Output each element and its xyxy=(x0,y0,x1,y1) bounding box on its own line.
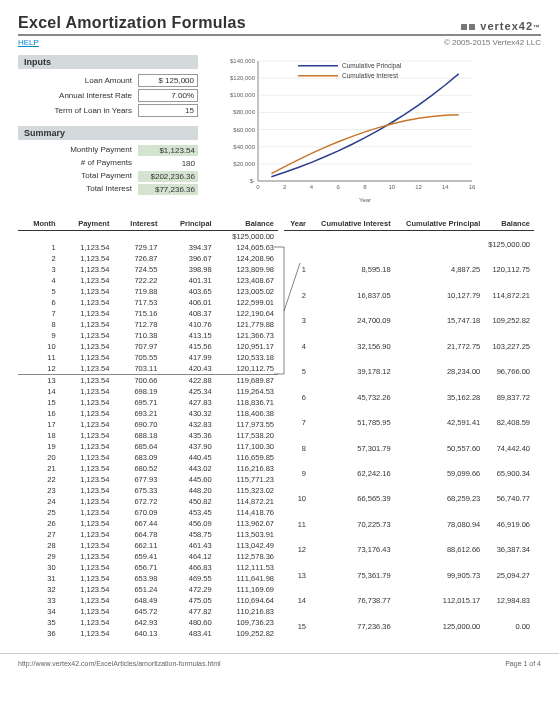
table-row: 141,123.54698.19425.34119,264.53 xyxy=(18,386,278,397)
logo: vertex42™ xyxy=(460,20,541,32)
table-row: 151,123.54695.71427.83118,836.71 xyxy=(18,397,278,408)
table-header: Interest xyxy=(113,217,161,231)
svg-text:$20,000: $20,000 xyxy=(233,161,255,167)
table-row: 71,123.54715.16408.37122,190.64 xyxy=(18,308,278,319)
footer-url: http://www.vertex42.com/ExcelArticles/am… xyxy=(18,660,221,667)
svg-text:Cumulative Principal: Cumulative Principal xyxy=(342,62,402,70)
loan-amount-label: Loan Amount xyxy=(18,76,138,85)
monthly-label: Monthly Payment xyxy=(18,145,138,156)
table-row: 361,123.54640.13483.41109,252.82 xyxy=(18,628,278,639)
svg-text:14: 14 xyxy=(442,184,449,190)
svg-text:$140,000: $140,000 xyxy=(230,58,256,64)
svg-text:Year: Year xyxy=(359,197,371,203)
svg-text:$60,000: $60,000 xyxy=(233,127,255,133)
table-row: 61,123.54717.53406.01122,599.01 xyxy=(18,297,278,308)
table-row: 231,123.54675.33448.20115,323.02 xyxy=(18,485,278,496)
svg-text:2: 2 xyxy=(283,184,287,190)
table-row: 201,123.54683.09440.45116,659.85 xyxy=(18,452,278,463)
table-row: 91,123.54710.38413.15121,366.73 xyxy=(18,330,278,341)
table-header: Cumulative Principal xyxy=(395,217,485,231)
table-row: 291,123.54659.41464.12112,578.36 xyxy=(18,551,278,562)
amortization-table-yearly: YearCumulative InterestCumulative Princi… xyxy=(284,217,534,639)
rate-label: Annual Interest Rate xyxy=(18,91,138,100)
table-row: 211,123.54680.52443.02116,216.83 xyxy=(18,463,278,474)
table-row: 645,732.2635,162.2889,837.72 xyxy=(284,384,534,409)
npmts-label: # of Payments xyxy=(18,158,138,169)
svg-text:$40,000: $40,000 xyxy=(233,144,255,150)
table-header: Month xyxy=(18,217,60,231)
table-row: 341,123.54645.72477.82110,216.83 xyxy=(18,606,278,617)
table-row: 1577,236.36125,000.000.00 xyxy=(284,613,534,639)
int-value: $77,236.36 xyxy=(138,184,198,195)
inputs-header: Inputs xyxy=(18,55,198,69)
svg-text:$80,000: $80,000 xyxy=(233,109,255,115)
svg-text:$-: $- xyxy=(250,178,255,184)
table-row: 21,123.54726.87396.67124,208.96 xyxy=(18,253,278,264)
table-row: 11,123.54729.17394.37124,605.63 xyxy=(18,242,278,253)
table-row: 41,123.54722.22401.31123,408.67 xyxy=(18,275,278,286)
table-header: Balance xyxy=(216,217,278,231)
table-row: 321,123.54651.24472.29111,169.69 xyxy=(18,584,278,595)
chart: $-$20,000$40,000$60,000$80,000$100,000$1… xyxy=(216,55,476,205)
table-row: 962,242.1659,099.6665,900.34 xyxy=(284,461,534,486)
table-row: 301,123.54656.71466.83112,111.53 xyxy=(18,562,278,573)
term-field[interactable]: 15 xyxy=(138,104,198,117)
table-row: 81,123.54712.78410.76121,779.88 xyxy=(18,319,278,330)
table-row: 1273,176.4388,612.6636,387.34 xyxy=(284,537,534,562)
rate-field[interactable]: 7.00% xyxy=(138,89,198,102)
table-row: 539,178.1228,234.0096,766.00 xyxy=(284,359,534,384)
term-label: Term of Loan in Years xyxy=(18,106,138,115)
table-header: Cumulative Interest xyxy=(310,217,395,231)
table-row: 191,123.54685.64437.90117,100.30 xyxy=(18,441,278,452)
table-row: 31,123.54724.55398.98123,809.98 xyxy=(18,264,278,275)
table-row: 121,123.54703.11420.43120,112.75 xyxy=(18,363,278,375)
table-row: 171,123.54690.70432.83117,973.55 xyxy=(18,419,278,430)
table-row: 281,123.54662.11461.43113,042.49 xyxy=(18,540,278,551)
table-row: 221,123.54677.93445.60115,771.23 xyxy=(18,474,278,485)
svg-text:12: 12 xyxy=(415,184,422,190)
table-row: 51,123.54719.88403.65123,005.02 xyxy=(18,286,278,297)
table-header: Balance xyxy=(484,217,534,231)
copyright: © 2005-2015 Vertex42 LLC xyxy=(444,38,541,47)
table-row: 1375,361.7999,905.7325,094.27 xyxy=(284,563,534,588)
table-header: Year xyxy=(284,217,310,231)
footer-page: Page 1 of 4 xyxy=(505,660,541,667)
table-row: 18,595.184,887.25120,112.75 xyxy=(284,257,534,282)
table-row: 241,123.54672.72450.82114,872.21 xyxy=(18,496,278,507)
table-row: 857,301.7950,557.6074,442.40 xyxy=(284,435,534,460)
table-row: 216,837.0510,127.79114,872.21 xyxy=(284,283,534,308)
summary-header: Summary xyxy=(18,126,198,140)
svg-rect-30 xyxy=(298,75,338,77)
svg-rect-28 xyxy=(298,65,338,67)
table-row: 1476,738.77112,015.1712,984.83 xyxy=(284,588,534,613)
svg-text:$100,000: $100,000 xyxy=(230,92,256,98)
table-row: 251,123.54670.09453.45114,418.76 xyxy=(18,507,278,518)
page-title: Excel Amortization Formulas xyxy=(18,14,246,32)
svg-text:0: 0 xyxy=(256,184,260,190)
table-row: 101,123.54707.97415.56120,951.17 xyxy=(18,341,278,352)
table-header: Principal xyxy=(161,217,215,231)
table-row: 311,123.54653.98469.55111,641.98 xyxy=(18,573,278,584)
table-row: 111,123.54705.55417.99120,533.18 xyxy=(18,352,278,363)
monthly-value: $1,123.54 xyxy=(138,145,198,156)
total-value: $202,236.36 xyxy=(138,171,198,182)
svg-text:$120,000: $120,000 xyxy=(230,75,256,81)
svg-text:Cumulative Interest: Cumulative Interest xyxy=(342,72,398,79)
table-row: 1170,225.7378,080.9446,919.06 xyxy=(284,512,534,537)
loan-amount-field[interactable]: $ 125,000 xyxy=(138,74,198,87)
npmts-value: 180 xyxy=(138,158,198,169)
table-row: 271,123.54664.78458.75113,503.91 xyxy=(18,529,278,540)
total-label: Total Payment xyxy=(18,171,138,182)
table-row: 181,123.54688.18435.36117,538.20 xyxy=(18,430,278,441)
svg-text:8: 8 xyxy=(363,184,367,190)
amortization-table-monthly: MonthPaymentInterestPrincipalBalance$125… xyxy=(18,217,278,639)
table-row: 324,700.0915,747.18109,252.82 xyxy=(284,308,534,333)
table-row: 1066,565.3968,259.2356,740.77 xyxy=(284,486,534,511)
table-row: 351,123.54642.93480.60109,736.23 xyxy=(18,617,278,628)
int-label: Total Interest xyxy=(18,184,138,195)
svg-text:16: 16 xyxy=(469,184,476,190)
help-link[interactable]: HELP xyxy=(18,38,39,47)
table-header: Payment xyxy=(60,217,114,231)
svg-text:4: 4 xyxy=(310,184,314,190)
svg-text:10: 10 xyxy=(388,184,395,190)
